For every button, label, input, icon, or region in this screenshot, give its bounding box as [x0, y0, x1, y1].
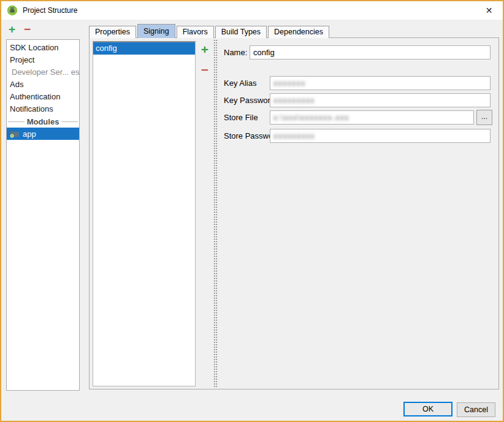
key-password-label: Key Password — [224, 93, 275, 107]
sidebar-item-authentication[interactable]: Authentication — [7, 91, 79, 103]
tab-dependencies[interactable]: Dependencies — [268, 26, 329, 38]
sidebar-separator-modules: Modules — [7, 115, 79, 128]
modules-separator-label: Modules — [27, 117, 59, 126]
name-input[interactable]: config — [250, 45, 491, 59]
tab-bar: Properties Signing Flavors Build Types D… — [89, 24, 330, 38]
sidebar-item-app-module[interactable]: app — [7, 128, 79, 140]
store-file-redacted-value: x:\xxx\xxxxxxx.xxx — [273, 113, 349, 122]
window-title: Project Structure — [23, 6, 77, 15]
sidebar-toolbar: + − — [9, 23, 31, 36]
android-module-folder-icon — [10, 129, 20, 138]
add-icon[interactable]: + — [9, 24, 15, 35]
signing-tab-panel: config + − Name: config Key Alias xxxxxx… — [89, 37, 499, 389]
remove-icon[interactable]: − — [24, 25, 31, 34]
store-password-input[interactable]: xxxxxxxxx — [270, 129, 491, 143]
project-structure-dialog: Project Structure ✕ + − SDK Location Pro… — [0, 0, 504, 422]
title-bar[interactable]: Project Structure ✕ — [1, 1, 503, 20]
key-password-input[interactable]: xxxxxxxxx — [270, 93, 491, 107]
remove-config-icon[interactable]: − — [197, 64, 212, 76]
tab-signing[interactable]: Signing — [137, 24, 175, 38]
tab-flavors[interactable]: Flavors — [177, 26, 214, 38]
splitter-handle[interactable] — [213, 39, 218, 388]
name-label: Name: — [224, 45, 247, 59]
tab-properties[interactable]: Properties — [89, 26, 136, 38]
close-icon[interactable]: ✕ — [475, 1, 503, 20]
app-module-label: app — [23, 129, 36, 139]
ok-button[interactable]: OK — [403, 402, 452, 416]
list-item-config[interactable]: config — [93, 42, 195, 55]
sidebar-item-sdk-location[interactable]: SDK Location — [7, 42, 79, 54]
key-alias-redacted-value: xxxxxxx — [273, 79, 306, 88]
sidebar-item-project[interactable]: Project — [7, 54, 79, 66]
key-password-redacted-value: xxxxxxxxx — [273, 96, 315, 105]
key-alias-label: Key Alias — [224, 76, 256, 90]
sidebar: SDK Location Project Developer Ser... es… — [6, 39, 80, 391]
cancel-button[interactable]: Cancel — [457, 402, 495, 417]
add-config-icon[interactable]: + — [197, 43, 212, 56]
store-file-input[interactable]: x:\xxx\xxxxxxx.xxx — [270, 110, 474, 125]
key-alias-input[interactable]: xxxxxxx — [270, 76, 491, 90]
tab-build-types[interactable]: Build Types — [215, 26, 267, 38]
store-password-redacted-value: xxxxxxxxx — [273, 131, 315, 140]
store-file-label: Store File — [224, 110, 258, 125]
android-studio-icon — [7, 5, 18, 16]
browse-button[interactable]: ... — [476, 110, 492, 125]
sidebar-item-notifications[interactable]: Notifications — [7, 103, 79, 115]
signing-config-list[interactable]: config — [93, 41, 196, 386]
config-list-toolbar: + − — [197, 43, 212, 76]
sidebar-item-ads[interactable]: Ads — [7, 79, 79, 91]
sidebar-section-developer-services: Developer Ser... es — [7, 66, 79, 79]
